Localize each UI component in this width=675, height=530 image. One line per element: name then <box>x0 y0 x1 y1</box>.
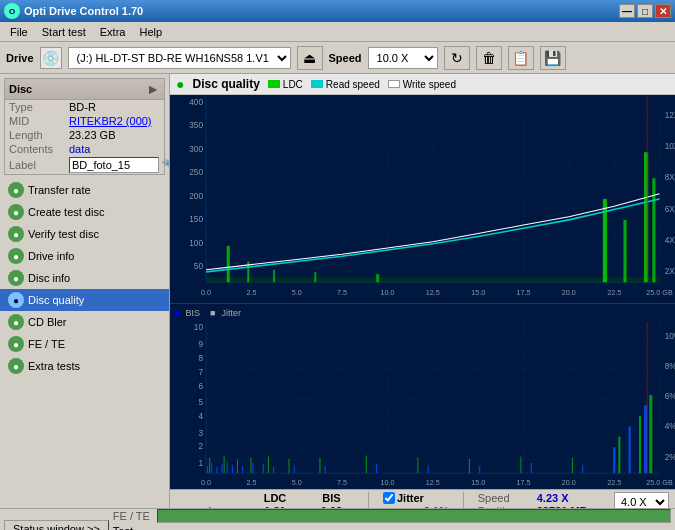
sidebar-item-fe-te[interactable]: ● FE / TE <box>0 333 169 355</box>
svg-text:8X: 8X <box>665 173 675 182</box>
refresh-button[interactable]: ↻ <box>444 46 470 70</box>
svg-rect-125 <box>289 459 290 474</box>
drive-select[interactable]: (J:) HL-DT-ST BD-RE WH16NS58 1.V1 <box>68 47 291 69</box>
sidebar-item-cd-bler[interactable]: ● CD Bler <box>0 311 169 333</box>
contents-label: Contents <box>9 143 69 155</box>
svg-rect-119 <box>644 406 647 474</box>
svg-text:12.5: 12.5 <box>426 288 440 297</box>
sidebar-item-transfer-rate[interactable]: ● Transfer rate <box>0 179 169 201</box>
svg-text:12.5: 12.5 <box>426 478 440 487</box>
svg-rect-122 <box>237 460 238 474</box>
svg-rect-127 <box>366 456 367 474</box>
mid-value[interactable]: RITEKBR2 (000) <box>69 115 152 127</box>
svg-text:10%: 10% <box>665 331 675 341</box>
svg-rect-126 <box>319 458 320 474</box>
sidebar-item-drive-info[interactable]: ● Drive info <box>0 245 169 267</box>
svg-text:150: 150 <box>189 215 203 224</box>
svg-rect-50 <box>376 274 379 282</box>
svg-rect-113 <box>428 465 429 473</box>
menu-file[interactable]: File <box>4 24 34 40</box>
svg-text:0.0: 0.0 <box>201 288 211 297</box>
menu-extra[interactable]: Extra <box>94 24 132 40</box>
svg-rect-0 <box>170 95 675 303</box>
svg-rect-120 <box>209 458 210 474</box>
sidebar-item-create-test-disc[interactable]: ● Create test disc <box>0 201 169 223</box>
svg-rect-53 <box>644 152 648 282</box>
legend-read-speed: Read speed <box>311 79 380 90</box>
drive-info-label: Drive info <box>28 250 74 262</box>
svg-rect-111 <box>325 466 326 473</box>
svg-rect-106 <box>242 466 243 473</box>
svg-text:100: 100 <box>189 239 203 248</box>
upper-chart: 400 350 300 250 200 150 100 50 12X 10X 8… <box>170 95 675 304</box>
svg-text:2X: 2X <box>665 267 675 276</box>
jitter-checkbox[interactable] <box>383 492 395 504</box>
svg-rect-132 <box>618 437 620 474</box>
status-window-button[interactable]: Status window >> <box>4 520 109 531</box>
svg-rect-56 <box>170 322 675 489</box>
minimize-button[interactable]: — <box>619 4 635 18</box>
speed-select[interactable]: 10.0 X <box>368 47 438 69</box>
menu-bar: File Start test Extra Help <box>0 22 675 42</box>
svg-rect-115 <box>531 463 532 473</box>
svg-text:400: 400 <box>189 98 203 107</box>
erase-button[interactable]: 🗑 <box>476 46 502 70</box>
svg-text:2: 2 <box>198 441 203 451</box>
svg-text:2%: 2% <box>665 452 675 462</box>
svg-text:10X: 10X <box>665 142 675 151</box>
svg-rect-123 <box>250 458 251 474</box>
svg-rect-104 <box>227 462 228 473</box>
sidebar-item-verify-test-disc[interactable]: ● Verify test disc <box>0 223 169 245</box>
label-label: Label <box>9 159 69 171</box>
svg-rect-103 <box>222 464 223 473</box>
fe-te-label-sidebar: FE / TE <box>28 338 65 350</box>
svg-rect-131 <box>572 458 573 474</box>
svg-text:25.0 GB: 25.0 GB <box>646 288 673 297</box>
copy-button[interactable]: 📋 <box>508 46 534 70</box>
save-button[interactable]: 💾 <box>540 46 566 70</box>
transfer-rate-label: Transfer rate <box>28 184 91 196</box>
svg-rect-107 <box>252 463 253 473</box>
svg-rect-129 <box>469 459 470 474</box>
content-area: ● Disc quality LDC Read speed Write spee… <box>170 74 675 508</box>
svg-rect-101 <box>211 463 212 473</box>
charts-container: 400 350 300 250 200 150 100 50 12X 10X 8… <box>170 95 675 489</box>
ldc-header: LDC <box>245 492 305 504</box>
svg-rect-100 <box>207 466 208 473</box>
maximize-button[interactable]: □ <box>637 4 653 18</box>
svg-rect-102 <box>216 467 217 473</box>
close-button[interactable]: ✕ <box>655 4 671 18</box>
svg-text:1: 1 <box>198 458 203 468</box>
svg-rect-130 <box>520 457 521 474</box>
test-speed-select[interactable]: 4.0 X <box>614 492 669 508</box>
disc-panel-arrow[interactable]: ► <box>146 81 160 97</box>
svg-text:200: 200 <box>189 192 203 201</box>
sidebar-item-disc-quality[interactable]: ● Disc quality <box>0 289 169 311</box>
menu-help[interactable]: Help <box>133 24 168 40</box>
svg-text:25.0 GB: 25.0 GB <box>646 478 673 487</box>
svg-text:250: 250 <box>189 168 203 177</box>
svg-text:17.5: 17.5 <box>516 478 530 487</box>
fe-te-icon: ● <box>8 336 24 352</box>
sidebar-item-extra-tests[interactable]: ● Extra tests <box>0 355 169 377</box>
svg-text:6: 6 <box>198 381 203 391</box>
svg-rect-110 <box>294 465 295 473</box>
speed-label: Speed <box>329 52 362 64</box>
extra-tests-icon: ● <box>8 358 24 374</box>
sidebar-item-disc-info[interactable]: ● Disc info <box>0 267 169 289</box>
svg-rect-46 <box>227 246 230 282</box>
verify-test-disc-label: Verify test disc <box>28 228 99 240</box>
bis-header: BIS <box>309 492 354 504</box>
eject-button[interactable]: ⏏ <box>297 46 323 70</box>
label-input[interactable] <box>69 157 159 173</box>
svg-text:50: 50 <box>194 262 204 271</box>
disc-panel: Disc ► Type BD-R MID RITEKBR2 (000) Leng… <box>4 78 165 175</box>
length-label: Length <box>9 129 69 141</box>
svg-text:8%: 8% <box>665 361 675 371</box>
svg-rect-105 <box>232 465 233 473</box>
svg-text:0.0: 0.0 <box>201 478 211 487</box>
menu-start-test[interactable]: Start test <box>36 24 92 40</box>
main-area: Disc ► Type BD-R MID RITEKBR2 (000) Leng… <box>0 74 675 508</box>
transfer-rate-icon: ● <box>8 182 24 198</box>
svg-text:20.0: 20.0 <box>562 288 576 297</box>
